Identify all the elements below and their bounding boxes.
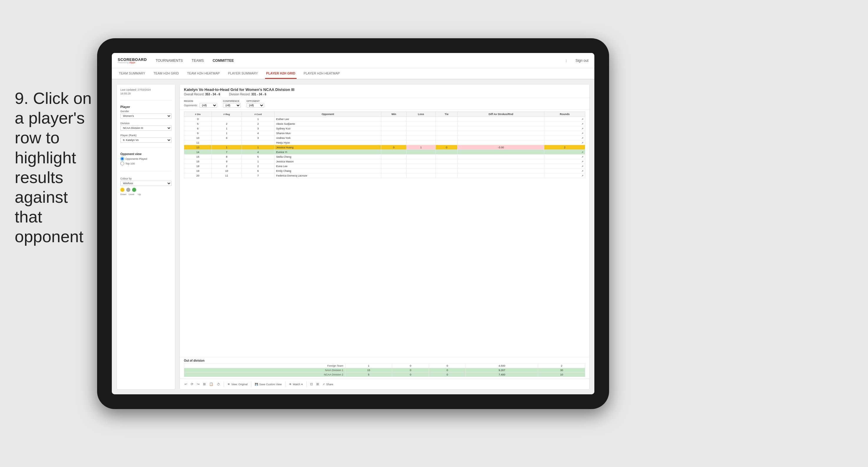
sidebar-timestamp: Last Updated: 27/03/2024 16:55:28 [120, 88, 172, 95]
colour-label-up: Up [138, 193, 141, 196]
th-tie: Tie [436, 112, 458, 117]
grid-icon[interactable]: ⊞ [316, 382, 319, 386]
radio-opponents-played[interactable]: Opponents Played [120, 157, 172, 161]
table-row[interactable]: 19106Emily Chang ↗ [184, 168, 585, 173]
tablet-frame: SCOREBOARD Powered by clippd TOURNAMENTS… [97, 38, 609, 409]
th-conf: # Conf [242, 112, 275, 117]
table-row[interactable]: 1063Andrea York ↗ [184, 136, 585, 141]
ood-row[interactable]: NAIA Division 1 15009.26730 [184, 368, 585, 373]
h2h-table: # Div # Reg # Conf Opponent Win Loss Tie… [184, 112, 585, 178]
resize-icon[interactable]: ⊡ [310, 382, 313, 386]
sub-nav-player-h2h-heatmap[interactable]: PLAYER H2H HEATMAP [303, 68, 341, 79]
th-loss: Loss [406, 112, 436, 117]
grid-records: Overall Record: 353 - 34 - 6 Division Re… [184, 93, 585, 96]
opponent-view-title: Opponent view [120, 152, 172, 156]
sidebar: Last Updated: 27/03/2024 16:55:28 Player… [117, 84, 175, 390]
opponent-filter-select[interactable]: (All) [247, 103, 264, 108]
undo-icon[interactable]: ↩ [185, 382, 187, 386]
colour-by-label: Colour by [120, 177, 172, 180]
sub-nav-team-h2h-heatmap[interactable]: TEAM H2H HEATMAP [186, 68, 221, 79]
sub-nav-player-summary[interactable]: PLAYER SUMMARY [227, 68, 259, 79]
forward-icon[interactable]: ↪ [197, 382, 199, 386]
sub-nav-team-h2h-grid[interactable]: TEAM H2H GRID [152, 68, 180, 79]
logo-name: SCOREBOARD [118, 58, 147, 62]
th-diff: Diff Av Strokes/Rnd [458, 112, 544, 117]
radio-top-100[interactable]: Top 100 [120, 161, 172, 165]
th-div: # Div [184, 112, 212, 117]
toolbar-divider-2 [251, 382, 251, 387]
logo: SCOREBOARD Powered by clippd [118, 58, 147, 64]
toolbar-divider-4 [306, 382, 307, 387]
opponents-label: Opponents: [184, 104, 198, 107]
table-row[interactable]: 914Sharon Mun ↗ [184, 131, 585, 136]
table-row[interactable]: 522Alexis Sudjianto ↗ [184, 122, 585, 126]
colour-by-select[interactable]: Win/loss [120, 181, 172, 186]
sidebar-gender-select[interactable]: Women's [120, 113, 172, 119]
nav-items: TOURNAMENTS TEAMS COMMITTEE [156, 59, 352, 63]
nav-committee[interactable]: COMMITTEE [213, 59, 234, 63]
table-row[interactable]: 1691Jessica Mason ↗ [184, 159, 585, 164]
sign-out-button[interactable]: Sign out [576, 59, 588, 63]
timer-icon[interactable]: ⏱ [217, 382, 220, 386]
share-button[interactable]: ↗ Share [322, 383, 333, 386]
logo-powered: Powered by clippd [118, 62, 147, 64]
region-label: Region [184, 100, 217, 102]
grid-header: Katelyn Vo Head-to-Head Grid for Women's… [180, 85, 589, 98]
ood-row[interactable]: Foreign Team 1004.5002 [184, 364, 585, 368]
paste-icon[interactable]: 📋 [209, 382, 213, 386]
table-row[interactable]: 1822Euna Lee ↗ [184, 164, 585, 168]
redo-small-icon[interactable]: ⟳ [191, 382, 193, 386]
colour-dot-level [126, 188, 130, 192]
grid-table-container: # Div # Reg # Conf Opponent Win Loss Tie… [180, 110, 589, 357]
sidebar-player-title: Player [120, 105, 172, 108]
table-row[interactable]: 1585Stella Cheng ↗ [184, 155, 585, 159]
view-original-button[interactable]: 👁 View: Original [227, 383, 247, 386]
sidebar-division-label: Division [120, 122, 172, 125]
copy-icon[interactable]: ⊞ [203, 382, 206, 386]
sidebar-gender-label: Gender [120, 110, 172, 113]
th-opponent: Opponent [275, 112, 381, 117]
sidebar-player-select[interactable]: 8. Katelyn Vo [120, 137, 172, 143]
toolbar-divider-1 [224, 382, 224, 387]
out-of-division: Out of division Foreign Team 1004.5002 N… [180, 357, 589, 379]
nav-teams[interactable]: TEAMS [191, 59, 204, 63]
ood-row[interactable]: NCAA Division 2 5007.40010 [184, 373, 585, 377]
instruction-text: 9. Click on a player's row to highlight … [15, 88, 97, 247]
th-win: Win [381, 112, 406, 117]
conference-filter-select[interactable]: (All) [223, 103, 241, 108]
save-custom-button[interactable]: 💾 Save Custom View [255, 383, 282, 386]
filter-row: Region Opponents: (All) Conference ( [180, 98, 589, 110]
watch-icon: 👁 [289, 383, 291, 386]
opponent-filter-label: Opponent [247, 100, 264, 102]
watch-button[interactable]: 👁 Watch ▾ [289, 383, 303, 386]
sidebar-player-rank-label: Player (Rank) [120, 134, 172, 137]
region-filter-group: Region Opponents: (All) [184, 100, 217, 108]
table-row[interactable]: 31Esther Lee ↗ [184, 117, 585, 122]
view-icon: 👁 [227, 383, 230, 386]
region-filter-select[interactable]: (All) [199, 103, 217, 108]
nav-bar: SCOREBOARD Powered by clippd TOURNAMENTS… [112, 53, 594, 68]
table-row[interactable]: 1474 Eunice Yi ↗ [184, 150, 585, 155]
table-row-highlighted[interactable]: 13 1 1 Jessica Huang 0 1 0 -3.00 2 [184, 145, 585, 150]
table-row[interactable]: 11Heeju Hyun ↗ [184, 141, 585, 145]
conference-label: Conference [223, 100, 241, 102]
main-content: Last Updated: 27/03/2024 16:55:28 Player… [112, 80, 594, 394]
out-of-division-title: Out of division [184, 359, 585, 362]
table-row[interactable]: 613Sydney Kuo ↗ [184, 126, 585, 131]
conference-filter-group: Conference (All) [223, 100, 241, 108]
toolbar-divider-3 [285, 382, 285, 387]
sub-nav-team-summary[interactable]: TEAM SUMMARY [118, 68, 147, 79]
table-header-row: # Div # Reg # Conf Opponent Win Loss Tie… [184, 112, 585, 117]
th-reg: # Reg [212, 112, 242, 117]
colour-dot-up [132, 188, 136, 192]
table-row[interactable]: 20117Federica Domecq Lacroze ↗ [184, 173, 585, 178]
opponent-filter-group: Opponent (All) [247, 100, 264, 108]
th-rounds: Rounds [544, 112, 585, 117]
sidebar-division-select[interactable]: NCAA Division III [120, 125, 172, 131]
nav-tournaments[interactable]: TOURNAMENTS [156, 59, 183, 63]
grid-title: Katelyn Vo Head-to-Head Grid for Women's… [184, 87, 585, 92]
sub-nav: TEAM SUMMARY TEAM H2H GRID TEAM H2H HEAT… [112, 68, 594, 80]
ood-table: Foreign Team 1004.5002 NAIA Division 1 1… [184, 364, 585, 377]
colour-label-level: Level [129, 193, 134, 196]
sub-nav-player-h2h-grid[interactable]: PLAYER H2H GRID [265, 68, 297, 79]
